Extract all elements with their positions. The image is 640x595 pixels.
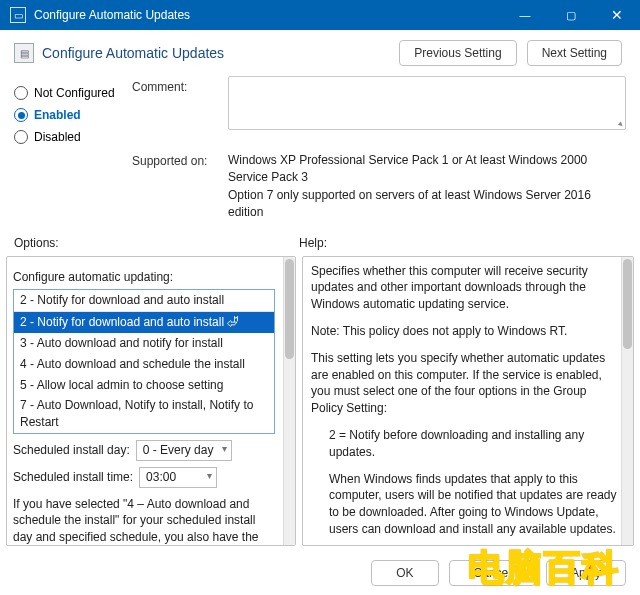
ok-button[interactable]: OK bbox=[371, 560, 438, 586]
policy-icon: ▭ bbox=[10, 7, 26, 23]
help-panel: Specifies whether this computer will rec… bbox=[302, 256, 634, 546]
config-row: Not Configured Enabled Disabled Comment:… bbox=[0, 72, 640, 232]
page-title: Configure Automatic Updates bbox=[42, 45, 224, 61]
dropdown-item[interactable]: 4 - Auto download and schedule the insta… bbox=[14, 354, 274, 375]
apply-button[interactable]: Apply bbox=[546, 560, 626, 586]
supported-on-label: Supported on: bbox=[132, 150, 218, 222]
scrollbar-thumb[interactable] bbox=[623, 259, 632, 349]
radio-label: Disabled bbox=[34, 130, 81, 144]
scheduled-time-select[interactable]: 03:00 bbox=[139, 467, 217, 488]
scrollbar[interactable] bbox=[283, 257, 295, 545]
configure-heading: Configure automatic updating: bbox=[13, 269, 277, 286]
comment-label: Comment: bbox=[132, 76, 218, 130]
cancel-button[interactable]: Cancel bbox=[449, 560, 536, 586]
supported-on-text: Windows XP Professional Service Pack 1 o… bbox=[228, 150, 626, 222]
radio-label: Not Configured bbox=[34, 86, 115, 100]
help-label: Help: bbox=[299, 236, 327, 250]
scrollbar-thumb[interactable] bbox=[285, 259, 294, 359]
scheduled-day-select[interactable]: 0 - Every day bbox=[136, 440, 233, 461]
dropdown-current[interactable]: 2 - Notify for download and auto install bbox=[14, 290, 274, 311]
radio-disabled[interactable]: Disabled bbox=[14, 130, 122, 144]
next-setting-button[interactable]: Next Setting bbox=[527, 40, 622, 66]
options-panel: Configure automatic updating: 2 - Notify… bbox=[6, 256, 296, 546]
scheduled-day-label: Scheduled install day: bbox=[13, 442, 130, 459]
previous-setting-button[interactable]: Previous Setting bbox=[399, 40, 516, 66]
dropdown-item[interactable]: 7 - Auto Download, Notify to install, No… bbox=[14, 395, 274, 433]
settings-sheet-icon: ▤ bbox=[14, 43, 34, 63]
dialog-footer: OK Cancel Apply bbox=[0, 551, 640, 595]
radio-label: Enabled bbox=[34, 108, 81, 122]
help-text: 2 = Notify before downloading and instal… bbox=[311, 427, 617, 461]
help-text: Specifies whether this computer will rec… bbox=[311, 263, 617, 313]
header: ▤ Configure Automatic Updates Previous S… bbox=[0, 30, 640, 72]
scheduled-time-label: Scheduled install time: bbox=[13, 469, 133, 486]
radio-not-configured[interactable]: Not Configured bbox=[14, 86, 122, 100]
dropdown-item[interactable]: 3 - Auto download and notify for install bbox=[14, 333, 274, 354]
titlebar: ▭ Configure Automatic Updates — ▢ ✕ bbox=[0, 0, 640, 30]
dropdown-item[interactable]: 5 - Allow local admin to choose setting bbox=[14, 375, 274, 396]
cursor-arrow-icon: ⮰ bbox=[226, 315, 238, 329]
help-text: This setting lets you specify whether au… bbox=[311, 350, 617, 417]
scrollbar[interactable] bbox=[621, 257, 633, 545]
minimize-button[interactable]: — bbox=[502, 0, 548, 30]
help-text: Note: This policy does not apply to Wind… bbox=[311, 323, 617, 340]
options-label: Options: bbox=[14, 236, 299, 250]
comment-textarea[interactable] bbox=[228, 76, 626, 130]
radio-enabled[interactable]: Enabled bbox=[14, 108, 122, 122]
window-title: Configure Automatic Updates bbox=[34, 8, 190, 22]
help-text: When Windows finds updates that apply to… bbox=[311, 471, 617, 538]
configure-updating-dropdown[interactable]: 2 - Notify for download and auto install… bbox=[13, 289, 275, 434]
dropdown-item[interactable]: 2 - Notify for download and auto install… bbox=[14, 311, 274, 333]
options-description: If you have selected "4 – Auto download … bbox=[13, 496, 277, 546]
close-button[interactable]: ✕ bbox=[594, 0, 640, 30]
maximize-button[interactable]: ▢ bbox=[548, 0, 594, 30]
